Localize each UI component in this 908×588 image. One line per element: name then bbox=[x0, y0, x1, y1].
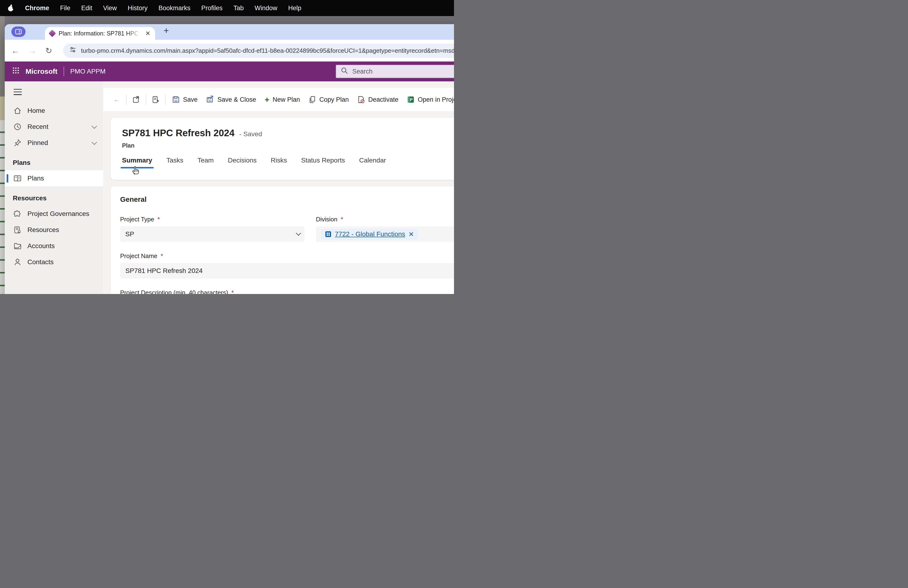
open-in-new-window-icon[interactable] bbox=[129, 92, 143, 108]
copy-plan-button[interactable]: Copy Plan bbox=[304, 92, 353, 108]
chevron-down-icon[interactable] bbox=[92, 123, 97, 129]
menu-view[interactable]: View bbox=[103, 5, 117, 12]
sidebar-item-label: Pinned bbox=[27, 139, 48, 147]
clock-icon bbox=[14, 123, 21, 130]
browser-tab[interactable]: Plan: Information: SP781 HPC ✕ bbox=[45, 27, 155, 40]
person-icon bbox=[14, 258, 21, 266]
save-status-badge: - Saved bbox=[239, 130, 262, 138]
menu-help[interactable]: Help bbox=[288, 5, 301, 12]
mouse-cursor bbox=[132, 165, 140, 177]
record-header-card: SP781 HPC Refresh 2024 - Saved Plan Summ… bbox=[111, 118, 454, 180]
menu-bookmarks[interactable]: Bookmarks bbox=[158, 5, 190, 12]
division-link[interactable]: 7722 - Global Functions bbox=[335, 230, 405, 238]
menu-app-name[interactable]: Chrome bbox=[25, 5, 49, 12]
chrome-tab-strip: Plan: Information: SP781 HPC ✕ + bbox=[5, 24, 454, 40]
menu-tab[interactable]: Tab bbox=[233, 5, 244, 12]
sidebar-item-label: Resources bbox=[27, 226, 59, 234]
sidebar-item-label: Plans bbox=[27, 174, 44, 182]
save-button[interactable]: Save bbox=[168, 92, 202, 108]
field-project-type: Project Type SP bbox=[120, 216, 304, 242]
search-icon bbox=[341, 67, 348, 76]
tab-sharing-indicator[interactable] bbox=[11, 26, 26, 37]
chrome-toolbar: ← → ↻ turbo-pmo.crm4.dynamics.com/main.a… bbox=[5, 40, 454, 61]
chevron-down-icon[interactable] bbox=[92, 139, 97, 145]
project-name-input[interactable]: SP781 HPC Refresh 2024 bbox=[120, 263, 454, 279]
brand-name[interactable]: Microsoft bbox=[26, 68, 58, 76]
field-project-name: Project Name SP781 HPC Refresh 2024 bbox=[120, 252, 454, 279]
general-heading: General bbox=[120, 195, 454, 203]
tab-team[interactable]: Team bbox=[198, 156, 214, 168]
global-search-box[interactable]: Search bbox=[336, 65, 454, 78]
sidebar-item-recent[interactable]: Recent bbox=[5, 119, 103, 135]
tab-tasks[interactable]: Tasks bbox=[166, 156, 184, 168]
menu-file[interactable]: File bbox=[60, 5, 71, 12]
plans-icon bbox=[14, 175, 21, 182]
form-assist-icon[interactable] bbox=[148, 92, 163, 108]
sidebar-item-contacts[interactable]: Contacts bbox=[5, 254, 103, 270]
back-button[interactable]: ← bbox=[11, 46, 19, 55]
tab-decisions[interactable]: Decisions bbox=[228, 156, 256, 168]
project-type-label: Project Type bbox=[120, 216, 304, 223]
dynamics-favicon bbox=[48, 29, 56, 37]
sidebar-item-project-governances[interactable]: Project Governances bbox=[5, 206, 103, 222]
home-icon bbox=[14, 107, 21, 114]
sidebar-item-label: Project Governances bbox=[27, 210, 89, 217]
general-section-card: General Project Type SP bbox=[111, 186, 454, 294]
save-and-close-button[interactable]: Save & Close bbox=[202, 92, 261, 108]
folder-icon bbox=[14, 243, 21, 249]
tab-calendar[interactable]: Calendar bbox=[359, 156, 386, 168]
new-tab-button[interactable]: + bbox=[164, 26, 169, 36]
division-value-pill[interactable]: 7722 - Global Functions ✕ bbox=[321, 229, 418, 240]
deactivate-button[interactable]: Deactivate bbox=[353, 92, 403, 108]
hamburger-menu-icon[interactable] bbox=[14, 89, 22, 95]
site-info-icon[interactable] bbox=[69, 46, 76, 55]
puzzle-icon bbox=[14, 210, 21, 217]
field-project-description: Project Description (min. 40 characters)… bbox=[120, 289, 454, 294]
sidebar-item-label: Recent bbox=[27, 123, 48, 130]
division-label: Division bbox=[316, 216, 454, 223]
sidebar-item-resources[interactable]: Resources bbox=[5, 222, 103, 238]
header-divider bbox=[64, 67, 64, 76]
macos-desktop: Chrome File Edit View History Bookmarks … bbox=[0, 0, 454, 294]
resources-doc-icon bbox=[14, 226, 21, 234]
sidebar-group-resources: Resources bbox=[5, 186, 103, 206]
app-name[interactable]: PMO APPM bbox=[70, 68, 105, 75]
project-type-dropdown[interactable]: SP bbox=[120, 226, 304, 242]
macos-menu-bar: Chrome File Edit View History Bookmarks … bbox=[0, 0, 454, 16]
background-app-left-sliver bbox=[0, 16, 5, 294]
url-text[interactable]: turbo-pmo.crm4.dynamics.com/main.aspx?ap… bbox=[81, 47, 454, 55]
forward-button[interactable]: → bbox=[28, 46, 36, 55]
svg-text:P: P bbox=[410, 97, 413, 102]
apple-logo-icon[interactable] bbox=[8, 4, 14, 12]
chrome-window: Plan: Information: SP781 HPC ✕ + ← → ↻ t… bbox=[5, 24, 454, 294]
sidebar-item-label: Home bbox=[27, 107, 45, 114]
search-placeholder: Search bbox=[352, 68, 373, 75]
open-in-project-button[interactable]: P Open in Project bbox=[403, 92, 454, 108]
sidebar-item-home[interactable]: Home bbox=[5, 103, 103, 119]
tab-risks[interactable]: Risks bbox=[271, 156, 287, 168]
remove-value-icon[interactable]: ✕ bbox=[408, 230, 414, 238]
sidebar-item-accounts[interactable]: Accounts bbox=[5, 238, 103, 254]
menu-window[interactable]: Window bbox=[255, 5, 277, 12]
division-lookup[interactable]: 7722 - Global Functions ✕ bbox=[316, 226, 454, 242]
chevron-down-icon bbox=[296, 230, 301, 236]
cmd-back-icon[interactable]: ← bbox=[110, 92, 124, 108]
project-name-label: Project Name bbox=[120, 252, 454, 260]
new-plan-button[interactable]: + New Plan bbox=[260, 92, 304, 108]
tab-close-icon[interactable]: ✕ bbox=[145, 30, 150, 37]
menu-profiles[interactable]: Profiles bbox=[201, 5, 222, 12]
menu-edit[interactable]: Edit bbox=[81, 5, 92, 12]
sidebar-item-plans[interactable]: Plans bbox=[5, 170, 103, 186]
sidebar-item-label: Contacts bbox=[27, 258, 54, 266]
tab-status-reports[interactable]: Status Reports bbox=[301, 156, 345, 168]
dynamics-header: Microsoft PMO APPM Search + ? RG bbox=[5, 61, 454, 81]
sidebar-group-plans: Plans bbox=[5, 151, 103, 170]
sidebar-item-pinned[interactable]: Pinned bbox=[5, 135, 103, 151]
reload-button[interactable]: ↻ bbox=[45, 46, 52, 55]
waffle-icon[interactable] bbox=[12, 67, 19, 76]
address-bar[interactable]: turbo-pmo.crm4.dynamics.com/main.aspx?ap… bbox=[63, 43, 454, 58]
entity-type-label: Plan bbox=[122, 142, 454, 149]
project-description-label: Project Description (min. 40 characters) bbox=[120, 289, 454, 294]
record-scroll-area: SP781 HPC Refresh 2024 - Saved Plan Summ… bbox=[103, 111, 454, 294]
menu-history[interactable]: History bbox=[128, 5, 148, 12]
